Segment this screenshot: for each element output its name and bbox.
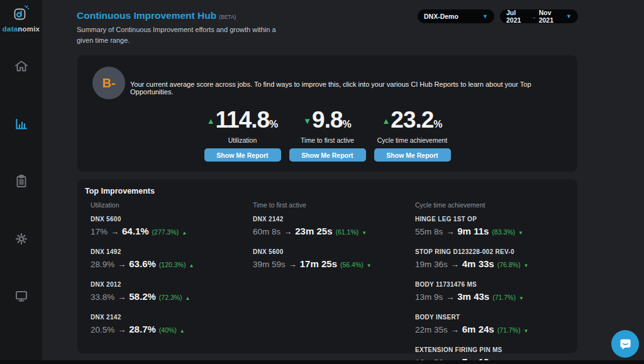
trend-triangle-icon: ▲ bbox=[186, 292, 191, 304]
new-value: 4m 33s bbox=[462, 258, 494, 270]
show-me-report-button[interactable]: Show Me Report bbox=[374, 148, 451, 162]
arrow-right-icon: → bbox=[118, 291, 126, 303]
sidebar: datanomix bbox=[0, 0, 42, 364]
clipboard-icon bbox=[14, 174, 29, 189]
improvement-values: 22m 35s → 6m 24s (71.7%) ▼ bbox=[415, 323, 577, 337]
job-name: DNX 2142 bbox=[91, 313, 253, 321]
page-subtitle: Summary of Continuous Improvement effort… bbox=[77, 25, 284, 46]
trend-triangle-icon: ▼ bbox=[523, 260, 528, 272]
sidebar-item-displays[interactable] bbox=[0, 289, 42, 306]
metric-label: Utilization bbox=[204, 136, 281, 144]
improvement-item: BODY 11731476 MS 13m 9s → 3m 43s (71.7%)… bbox=[415, 280, 577, 304]
datanomix-wordmark: datanomix bbox=[0, 25, 42, 33]
sidebar-item-jobs[interactable] bbox=[0, 174, 42, 191]
show-me-report-button[interactable]: Show Me Report bbox=[289, 148, 366, 162]
job-name: BODY INSERT bbox=[415, 313, 577, 321]
job-name: DNX 2012 bbox=[91, 280, 253, 289]
new-value: 63.6% bbox=[129, 258, 156, 270]
bottom-edge bbox=[0, 360, 644, 364]
delta-percent: (72.3%) bbox=[159, 292, 182, 304]
new-value: 6m 24s bbox=[462, 323, 494, 335]
improvement-values: 13m 9s → 3m 43s (71.7%) ▼ bbox=[415, 290, 577, 304]
page-header: Continuous Improvement Hub(BETA) Summary… bbox=[77, 10, 284, 46]
old-value: 39m 59s bbox=[253, 258, 286, 270]
old-value: 20.5% bbox=[91, 324, 114, 336]
job-name: DNX 2142 bbox=[253, 215, 415, 223]
old-value: 28.9% bbox=[91, 258, 114, 270]
date-range-dropdown[interactable]: Jul 2021 → Nov 2021 ▼ bbox=[500, 9, 578, 23]
organization-dropdown-label: DNX-Demo bbox=[424, 13, 458, 20]
new-value: 23m 25s bbox=[295, 225, 332, 237]
delta-percent: (277.3%) bbox=[152, 226, 179, 238]
improvement-values: 17% → 64.1% (277.3%) ▲ bbox=[91, 225, 253, 239]
arrow-right-icon: → bbox=[284, 226, 292, 238]
improvement-column: Time to first active DNX 2142 60m 8s → 2… bbox=[253, 201, 415, 364]
improvement-item: DNX 1492 28.9% → 63.6% (120.3%) ▲ bbox=[91, 248, 253, 272]
improvement-values: 28.9% → 63.6% (120.3%) ▲ bbox=[91, 258, 253, 272]
page-title: Continuous Improvement Hub bbox=[77, 10, 216, 21]
old-value: 13m 9s bbox=[415, 291, 443, 303]
job-name: EXTENSION FIRING PIN MS bbox=[415, 346, 577, 354]
sidebar-item-settings[interactable] bbox=[0, 231, 42, 249]
improvement-values: 60m 8s → 23m 25s (61.1%) ▼ bbox=[253, 225, 415, 239]
trend-triangle-icon: ▼ bbox=[519, 292, 524, 304]
improvement-item: STOP RING D123228-002 REV-0 19m 36s → 4m… bbox=[415, 248, 577, 272]
improvement-columns: Utilization DNX 5600 17% → 64.1% (277.3%… bbox=[91, 201, 577, 364]
metric-label: Cycle time achievement bbox=[374, 136, 451, 144]
improvement-column: Cycle time achievement HINGE LEG 1ST OP … bbox=[415, 201, 577, 364]
datanomix-logo[interactable]: datanomix bbox=[0, 5, 42, 33]
metric-label: Time to first active bbox=[289, 136, 366, 144]
metric: ▼9.8% Time to first active Show Me Repor… bbox=[289, 107, 366, 162]
sidebar-item-home[interactable] bbox=[0, 58, 42, 76]
arrow-right-icon: → bbox=[118, 258, 126, 270]
organization-dropdown[interactable]: DNX-Demo ▼ bbox=[418, 9, 494, 23]
delta-percent: (120.3%) bbox=[159, 259, 186, 271]
delta-percent: (76.8%) bbox=[497, 259, 521, 271]
job-name: DNX 5600 bbox=[91, 215, 253, 223]
metric: ▲23.2% Cycle time achievement Show Me Re… bbox=[374, 107, 451, 162]
top-improvements-card: Top Improvements Utilization DNX 5600 17… bbox=[77, 179, 577, 353]
trend-triangle-icon: ▲ bbox=[182, 227, 187, 239]
show-me-report-button[interactable]: Show Me Report bbox=[204, 148, 281, 162]
old-value: 22m 35s bbox=[415, 324, 448, 336]
metric-value: ▲23.2% bbox=[374, 107, 451, 135]
improvement-item: DNX 2142 60m 8s → 23m 25s (61.1%) ▼ bbox=[253, 215, 415, 239]
improvement-items: DNX 5600 17% → 64.1% (277.3%) ▲ DNX 1492… bbox=[91, 215, 253, 337]
improvement-column-header: Cycle time achievement bbox=[415, 201, 577, 209]
datanomix-logo-icon bbox=[13, 5, 30, 22]
trend-triangle-icon: ▼ bbox=[367, 260, 372, 272]
arrow-right-icon: → bbox=[446, 291, 454, 303]
improvement-item: HINGE LEG 1ST OP 55m 8s → 9m 11s (83.3%)… bbox=[415, 215, 577, 239]
arrow-right-icon: → bbox=[451, 258, 459, 270]
improvement-item: BODY INSERT 22m 35s → 6m 24s (71.7%) ▼ bbox=[415, 313, 577, 337]
trend-triangle-icon: ▼ bbox=[362, 227, 367, 239]
new-value: 58.2% bbox=[129, 290, 156, 302]
old-value: 19m 36s bbox=[415, 258, 448, 270]
trend-triangle-icon: ▲ bbox=[189, 260, 194, 272]
trend-triangle-icon: ▲ bbox=[382, 116, 390, 126]
trend-triangle-icon: ▲ bbox=[180, 325, 185, 337]
chat-button[interactable] bbox=[611, 330, 639, 358]
new-value: 64.1% bbox=[122, 225, 149, 237]
trend-triangle-icon: ▲ bbox=[207, 116, 215, 126]
delta-percent: (83.3%) bbox=[492, 226, 515, 238]
job-name: HINGE LEG 1ST OP bbox=[415, 215, 577, 223]
arrow-right-icon: → bbox=[451, 324, 459, 336]
metrics-row: ▲114.8% Utilization Show Me Report ▼9.8%… bbox=[77, 107, 577, 162]
improvement-item: DNX 5600 39m 59s → 17m 25s (56.4%) ▼ bbox=[253, 248, 415, 272]
old-value: 55m 8s bbox=[415, 226, 443, 238]
arrow-right-icon: → bbox=[289, 258, 297, 270]
improvement-items: DNX 2142 60m 8s → 23m 25s (61.1%) ▼ DNX … bbox=[253, 215, 415, 272]
trend-triangle-icon: ▼ bbox=[518, 227, 523, 239]
home-icon bbox=[14, 58, 29, 74]
delta-percent: (71.7%) bbox=[492, 292, 516, 304]
improvement-items: HINGE LEG 1ST OP 55m 8s → 9m 11s (83.3%)… bbox=[415, 215, 577, 364]
improvement-item: DNX 5600 17% → 64.1% (277.3%) ▲ bbox=[91, 215, 253, 239]
old-value: 33.8% bbox=[91, 291, 114, 303]
arrow-right-icon: → bbox=[118, 324, 126, 336]
improvement-values: 19m 36s → 4m 33s (76.8%) ▼ bbox=[415, 258, 577, 272]
sidebar-item-reports[interactable] bbox=[0, 116, 42, 134]
metric: ▲114.8% Utilization Show Me Report bbox=[204, 107, 281, 162]
improvement-item: DNX 2142 20.5% → 28.7% (40%) ▲ bbox=[91, 313, 253, 337]
arrow-right-icon: → bbox=[530, 13, 536, 20]
